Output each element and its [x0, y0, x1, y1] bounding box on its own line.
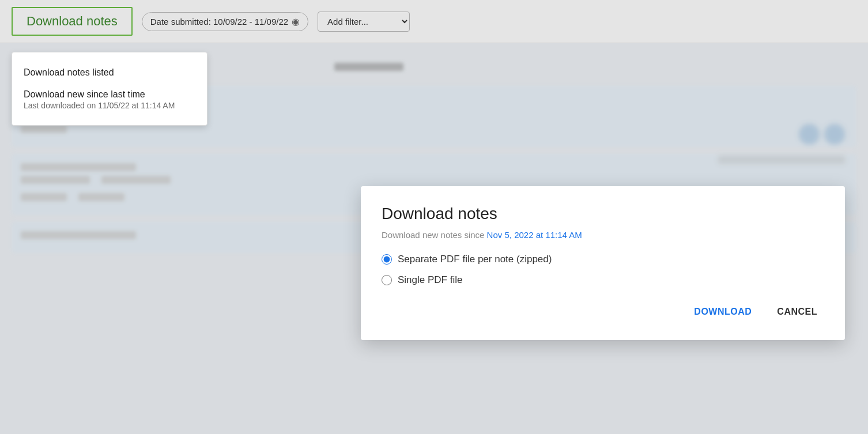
radio-option-single[interactable]: Single PDF file: [382, 274, 824, 286]
radio-separate-pdf-label: Separate PDF file per note (zipped): [398, 254, 552, 265]
dropdown-item-new-since-subtitle: Last downloaded on 11/05/22 at 11:14 AM: [24, 101, 195, 110]
modal-actions: DOWNLOAD CANCEL: [382, 302, 824, 322]
modal-title: Download notes: [382, 205, 824, 223]
dropdown-item-new-since[interactable]: Download new since last time Last downlo…: [24, 84, 195, 116]
radio-single-pdf[interactable]: [382, 275, 392, 285]
radio-single-pdf-label: Single PDF file: [398, 274, 462, 286]
radio-option-separate[interactable]: Separate PDF file per note (zipped): [382, 254, 824, 265]
modal-subtitle-date: Nov 5, 2022 at 11:14 AM: [487, 230, 582, 240]
dropdown-item-listed[interactable]: Download notes listed: [24, 62, 195, 84]
dropdown-item-new-since-label: Download new since last time: [24, 89, 145, 99]
radio-separate-pdf[interactable]: [382, 254, 392, 265]
download-notes-modal: Download notes Download new notes since …: [361, 186, 845, 340]
download-dropdown-menu: Download notes listed Download new since…: [12, 52, 207, 126]
modal-subtitle: Download new notes since Nov 5, 2022 at …: [382, 230, 824, 240]
modal-subtitle-prefix: Download new notes since: [382, 230, 487, 240]
modal-download-button[interactable]: DOWNLOAD: [687, 302, 758, 322]
modal-cancel-button[interactable]: CANCEL: [770, 302, 824, 322]
